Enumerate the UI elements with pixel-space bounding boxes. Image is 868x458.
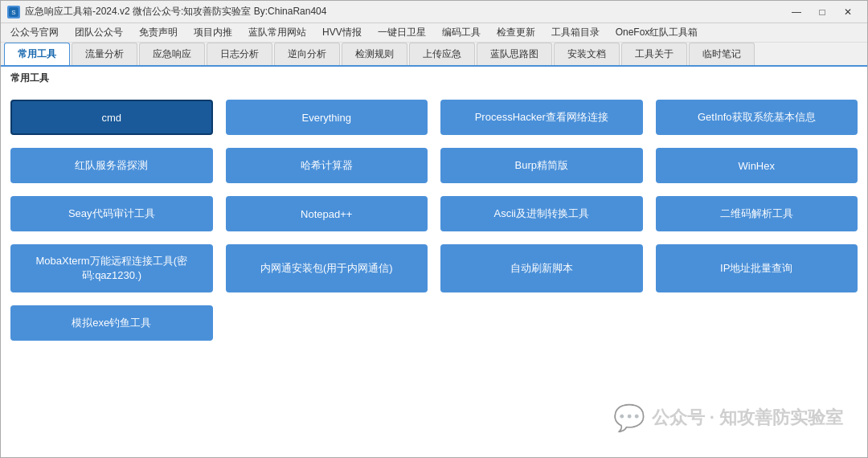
watermark-icon: 💬 xyxy=(613,403,645,433)
tool-button-notepadpp[interactable]: Notepad++ xyxy=(226,196,428,231)
tool-button-seay[interactable]: Seay代码审计工具 xyxy=(10,196,213,231)
svg-text:S: S xyxy=(11,9,15,16)
tab-4[interactable]: 逆向分析 xyxy=(274,43,340,65)
tab-bar: 常用工具流量分析应急响应日志分析逆向分析检测规则上传应急蓝队思路图安装文档工具关… xyxy=(1,43,867,67)
menu-bar: 公众号官网团队公众号免责声明项目内推蓝队常用网站HVV情报一键日卫星编码工具检查… xyxy=(1,23,867,43)
tool-button-fake-exe[interactable]: 模拟exe钓鱼工具 xyxy=(10,305,213,341)
menu-item-[interactable]: 免责声明 xyxy=(133,24,184,41)
tab-3[interactable]: 日志分析 xyxy=(207,43,272,65)
tool-button-mobaxterm[interactable]: MobaXterm万能远程连接工具(密码:qaz1230.) xyxy=(10,244,213,292)
tab-7[interactable]: 蓝队思路图 xyxy=(477,43,552,65)
menu-item-onefox[interactable]: OneFox红队工具箱 xyxy=(609,24,705,41)
tab-9[interactable]: 工具关于 xyxy=(621,43,687,65)
title-bar: S 应急响应工具箱-2024.v2 微信公众号:知攻善防实验室 By:China… xyxy=(1,1,867,23)
menu-item-[interactable]: 公众号官网 xyxy=(4,24,65,41)
menu-item-[interactable]: 一键日卫星 xyxy=(371,24,432,41)
tool-grid: cmdEverythingProcessHacker查看网络连接GetInfo获… xyxy=(10,93,858,347)
tool-button-getinfo[interactable]: GetInfo获取系统基本信息 xyxy=(656,100,858,135)
tool-button-ip-batch[interactable]: IP地址批量查询 xyxy=(656,244,858,292)
tab-8[interactable]: 安装文档 xyxy=(554,43,620,65)
tool-button-hash-calc[interactable]: 哈希计算器 xyxy=(226,148,428,183)
maximize-button[interactable]: □ xyxy=(809,1,835,23)
tab-0[interactable]: 常用工具 xyxy=(4,43,70,65)
window-title: 应急响应工具箱-2024.v2 微信公众号:知攻善防实验室 By:ChinaRa… xyxy=(25,5,784,18)
menu-item-[interactable]: 检查更新 xyxy=(490,24,542,41)
menu-item-hvv[interactable]: HVV情报 xyxy=(316,24,368,41)
tool-button-auto-refresh[interactable]: 自动刷新脚本 xyxy=(440,244,643,292)
main-window: S 应急响应工具箱-2024.v2 微信公众号:知攻善防实验室 By:China… xyxy=(0,0,868,458)
tool-button-winhex[interactable]: WinHex xyxy=(656,148,858,183)
tool-button-redteam-server[interactable]: 红队服务器探测 xyxy=(10,148,213,183)
tool-button-cmd[interactable]: cmd xyxy=(10,100,213,135)
menu-item-[interactable]: 团队公众号 xyxy=(68,24,129,41)
watermark: 💬 公众号 · 知攻善防实验室 xyxy=(613,403,843,433)
minimize-button[interactable]: — xyxy=(784,1,809,23)
tab-1[interactable]: 流量分析 xyxy=(72,43,137,65)
app-icon: S xyxy=(7,6,20,18)
tool-button-processhacker[interactable]: ProcessHacker查看网络连接 xyxy=(440,100,643,135)
window-controls: — □ ✕ xyxy=(784,1,861,23)
tab-5[interactable]: 检测规则 xyxy=(342,43,407,65)
close-button[interactable]: ✕ xyxy=(835,1,861,23)
tab-6[interactable]: 上传应急 xyxy=(409,43,475,65)
tool-button-ascii-convert[interactable]: Ascii及进制转换工具 xyxy=(440,196,643,231)
menu-item-[interactable]: 工具箱目录 xyxy=(545,24,606,41)
tab-10[interactable]: 临时笔记 xyxy=(689,43,755,65)
menu-item-[interactable]: 编码工具 xyxy=(436,24,487,41)
menu-item-[interactable]: 蓝队常用网站 xyxy=(242,24,313,41)
tool-button-everything[interactable]: Everything xyxy=(226,100,428,135)
section-header: 常用工具 xyxy=(1,67,867,90)
tool-button-burp-lite[interactable]: Burp精简版 xyxy=(440,148,643,183)
menu-item-[interactable]: 项目内推 xyxy=(187,24,239,41)
tab-2[interactable]: 应急响应 xyxy=(139,43,205,65)
tool-button-qrcode-parse[interactable]: 二维码解析工具 xyxy=(656,196,858,231)
watermark-text: 公众号 · 知攻善防实验室 xyxy=(652,406,843,430)
tool-button-intranet-pkg[interactable]: 内网通安装包(用于内网通信) xyxy=(226,244,428,292)
